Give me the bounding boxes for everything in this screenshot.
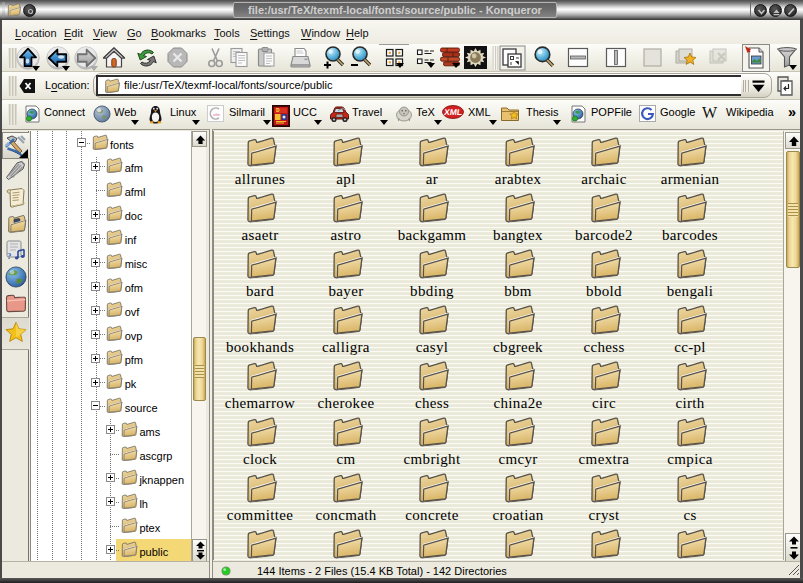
svg-text:XML: XML [444, 107, 463, 117]
svg-text:silm: silm [213, 112, 221, 117]
svg-text:W: W [702, 105, 718, 120]
svg-text:?: ? [7, 251, 12, 261]
